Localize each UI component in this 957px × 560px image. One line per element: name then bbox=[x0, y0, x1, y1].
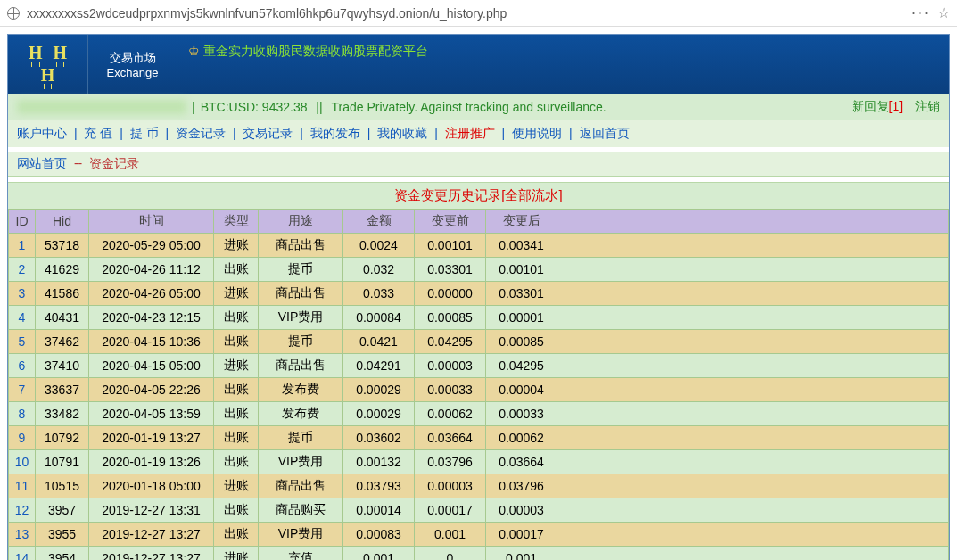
banner: ♔重金实力收购股民数据收购股票配资平台 bbox=[177, 35, 949, 94]
cell: 0.03796 bbox=[415, 450, 486, 474]
separator: | bbox=[192, 100, 195, 114]
cell: 41586 bbox=[36, 282, 89, 306]
nav-separator: | bbox=[431, 126, 441, 140]
cell: 2020-01-18 05:00 bbox=[89, 474, 214, 498]
nav-link[interactable]: 使用说明 bbox=[512, 126, 562, 140]
cell: 0.00101 bbox=[415, 234, 486, 258]
cell: 0.00017 bbox=[486, 523, 557, 547]
logout-link[interactable]: 注销 bbox=[915, 99, 940, 113]
cell: 2020-04-05 13:59 bbox=[89, 402, 214, 426]
cell bbox=[557, 330, 949, 354]
cell: 2 bbox=[9, 258, 36, 282]
nav-link[interactable]: 交易记录 bbox=[243, 126, 293, 140]
cell: 0.033 bbox=[343, 282, 415, 306]
cell bbox=[557, 426, 949, 450]
cell: 0.00004 bbox=[486, 378, 557, 402]
cell bbox=[557, 402, 949, 426]
cell: 发布费 bbox=[259, 402, 343, 426]
nav-link[interactable]: 账户中心 bbox=[17, 126, 67, 140]
nav-link[interactable]: 我的收藏 bbox=[377, 126, 427, 140]
nav-separator: | bbox=[229, 126, 239, 140]
new-reply-link[interactable]: 新回复[1] bbox=[852, 99, 903, 113]
cell: 0.03301 bbox=[415, 258, 486, 282]
cell: 0.00003 bbox=[415, 474, 486, 498]
col-header: 类型 bbox=[214, 210, 259, 234]
site-identity-icon[interactable] bbox=[7, 7, 20, 20]
info-strip: | BTC:USD: 9432.38 || Trade Privately. A… bbox=[8, 94, 949, 120]
cell: 33637 bbox=[36, 378, 89, 402]
cell: 出账 bbox=[214, 450, 259, 474]
page-actions-icon[interactable]: ··· bbox=[912, 4, 930, 22]
cell: 3957 bbox=[36, 498, 89, 523]
col-header-spacer bbox=[557, 210, 949, 234]
cell: 商品购买 bbox=[259, 498, 343, 523]
cell: 3955 bbox=[36, 523, 89, 547]
nav-link[interactable]: 资金记录 bbox=[176, 126, 226, 140]
cell: 10792 bbox=[36, 426, 89, 450]
cell: 0.00084 bbox=[343, 306, 415, 330]
nav-separator: | bbox=[296, 126, 306, 140]
cell: 2020-01-19 13:26 bbox=[89, 450, 214, 474]
table-row: 1339552019-12-27 13:27出账VIP费用0.000830.00… bbox=[9, 523, 949, 547]
cell bbox=[557, 547, 949, 561]
cell: 0.04295 bbox=[486, 354, 557, 378]
cell: 0.00014 bbox=[343, 498, 415, 523]
cell: 0 bbox=[415, 547, 486, 561]
cell: 0.00000 bbox=[415, 282, 486, 306]
table-row: 7336372020-04-05 22:26出账发布费0.000290.0003… bbox=[9, 378, 949, 402]
nav-link[interactable]: 返回首页 bbox=[580, 126, 630, 140]
cell: 2020-04-23 12:15 bbox=[89, 306, 214, 330]
breadcrumb: 网站首页 -- 资金记录 bbox=[8, 152, 949, 177]
cell: 6 bbox=[9, 354, 36, 378]
user-info-blurred bbox=[17, 100, 186, 114]
cell bbox=[557, 306, 949, 330]
table-header-row: IDHid时间类型用途金额变更前变更后 bbox=[9, 210, 949, 234]
table-row: 10107912020-01-19 13:26出账VIP费用0.001320.0… bbox=[9, 450, 949, 474]
cell: 提币 bbox=[259, 330, 343, 354]
cell: 0.00062 bbox=[486, 426, 557, 450]
cell: 出账 bbox=[214, 498, 259, 523]
cell: 0.00085 bbox=[486, 330, 557, 354]
cell: 10515 bbox=[36, 474, 89, 498]
cell: 0.03796 bbox=[486, 474, 557, 498]
btc-price: BTC:USD: 9432.38 bbox=[201, 100, 308, 114]
cell: 0.032 bbox=[343, 258, 415, 282]
cell: 2019-12-27 13:27 bbox=[89, 547, 214, 561]
breadcrumb-dash: -- bbox=[74, 156, 82, 170]
cell: 0.04291 bbox=[343, 354, 415, 378]
cell: 出账 bbox=[214, 523, 259, 547]
cell: 进账 bbox=[214, 474, 259, 498]
table-row: 1239572019-12-27 13:31出账商品购买0.000140.000… bbox=[9, 498, 949, 523]
cell: VIP费用 bbox=[259, 306, 343, 330]
nav-link[interactable]: 提 币 bbox=[130, 126, 159, 140]
cell: 0.03602 bbox=[343, 426, 415, 450]
nav-link[interactable]: 充 值 bbox=[84, 126, 112, 140]
logo-h-icon: H bbox=[29, 43, 43, 63]
cell: 商品出售 bbox=[259, 354, 343, 378]
cell: 发布费 bbox=[259, 378, 343, 402]
logo[interactable]: H H H bbox=[8, 35, 88, 94]
cell: 0.00033 bbox=[486, 402, 557, 426]
cell: 5 bbox=[9, 330, 36, 354]
cell: 33482 bbox=[36, 402, 89, 426]
exchange-label[interactable]: 交易市场 Exchange bbox=[88, 35, 177, 94]
cell: 0.00029 bbox=[343, 378, 415, 402]
tagline: Trade Privately. Against tracking and su… bbox=[332, 100, 606, 114]
cell: 0.03664 bbox=[486, 450, 557, 474]
url-text[interactable]: xxxxxxxxss2wdceudprpxnmvjs5kwnlnfvun57ko… bbox=[27, 6, 904, 21]
cell: 2019-12-27 13:31 bbox=[89, 498, 214, 523]
nav-link[interactable]: 注册推广 bbox=[445, 126, 495, 140]
bookmark-star-icon[interactable]: ☆ bbox=[937, 4, 950, 21]
cell: 2020-05-29 05:00 bbox=[89, 234, 214, 258]
cell: 0.001 bbox=[415, 523, 486, 547]
table-row: 9107922020-01-19 13:27出账提币0.036020.03664… bbox=[9, 426, 949, 450]
col-header: 时间 bbox=[89, 210, 214, 234]
cell: 0.00341 bbox=[486, 234, 557, 258]
nav-link[interactable]: 我的发布 bbox=[310, 126, 360, 140]
cell: 0.03301 bbox=[486, 282, 557, 306]
cell: 0.00001 bbox=[486, 306, 557, 330]
table-row: 6374102020-04-15 05:00进账商品出售0.042910.000… bbox=[9, 354, 949, 378]
col-header: 变更前 bbox=[415, 210, 486, 234]
cell bbox=[557, 258, 949, 282]
breadcrumb-home[interactable]: 网站首页 bbox=[17, 156, 67, 170]
